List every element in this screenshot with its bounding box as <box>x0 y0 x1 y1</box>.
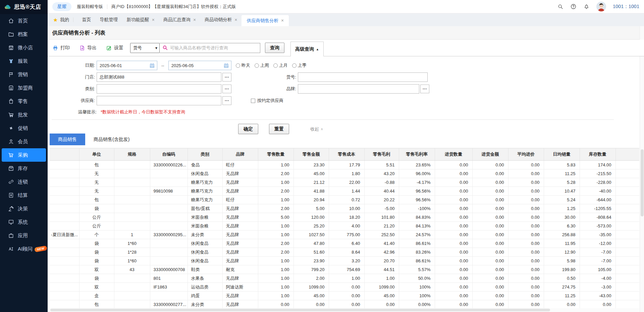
sidebar-item-franchise[interactable]: 加盟商 <box>0 81 48 95</box>
sidebar-item-ai-advisor[interactable]: AI顾问NEW <box>0 242 48 256</box>
column-header[interactable]: 零售毛利率 <box>399 148 435 161</box>
brand-picker-button[interactable]: ··· <box>420 85 429 93</box>
column-header[interactable]: 进货数量 <box>435 148 472 161</box>
table-row[interactable]: 袋面包/蛋糕无品牌2.005.0010.00-5.00-100%0.000.00… <box>50 204 639 213</box>
column-header[interactable]: 平均进价 <box>508 148 544 161</box>
column-header[interactable]: 进货金额 <box>472 148 508 161</box>
nav-tab-navigation[interactable]: 导航管理 <box>95 13 122 26</box>
sidebar-item-archive[interactable]: 档案 <box>0 28 48 41</box>
column-header[interactable]: 单位 <box>79 148 114 161</box>
close-icon[interactable]: × <box>152 13 155 26</box>
column-header[interactable]: 类别 <box>187 148 222 161</box>
table-row[interactable]: 袋1*60休闲食品无品牌2.0047.806.4041.4086.61%0.00… <box>50 239 639 248</box>
nav-tab-product-movement[interactable]: 商品动销分析× <box>200 13 241 26</box>
horizontal-scrollbar[interactable] <box>50 308 639 312</box>
nav-tab-new-features[interactable]: 新功能提醒× <box>122 13 159 26</box>
favorites-toggle[interactable]: ★我的 <box>53 17 69 23</box>
sidebar-item-purchase[interactable]: 采购 <box>2 148 46 162</box>
close-icon[interactable]: × <box>193 13 196 26</box>
close-icon[interactable]: × <box>234 13 237 26</box>
date-to-field[interactable]: 2025-06-05 <box>168 61 231 70</box>
sidebar-item-retail[interactable]: 零售 <box>0 95 48 108</box>
help-icon[interactable] <box>570 3 577 10</box>
radio-last-week[interactable]: 上周 <box>255 62 269 68</box>
column-header[interactable] <box>50 148 79 161</box>
table-row[interactable]: 无休闲食品无品牌2.0045.001.8043.2096.00%0.000.00… <box>50 169 639 178</box>
table-row[interactable]: 袋1*60休闲食品无品牌1.0023.903.2020.7086.61%0.00… <box>50 257 639 265</box>
store-picker-button[interactable]: ··· <box>222 73 231 82</box>
column-header[interactable]: 规格 <box>114 148 150 161</box>
sidebar-item-wholesale[interactable]: 批发 <box>0 108 48 121</box>
radio-yesterday[interactable]: 昨天 <box>236 62 250 68</box>
nav-tab-supplier-sales[interactable]: 供应商销售分析× <box>241 15 289 26</box>
horizontal-scrollbar-thumb[interactable] <box>50 309 550 311</box>
sidebar-item-mini-store[interactable]: 微小店 <box>0 41 48 54</box>
advanced-query-button[interactable]: 高级查询▲ <box>290 42 324 56</box>
supplier-picker-button[interactable]: ··· <box>222 96 231 105</box>
item-no-field[interactable] <box>298 72 428 82</box>
table-row[interactable]: 公斤米面杂粮无品牌1.0025.204.0021.2084.13%0.000.0… <box>50 222 639 230</box>
sidebar-item-marketing[interactable]: 营销 <box>0 68 48 81</box>
sidebar-item-apps[interactable]: 应用 <box>0 229 48 242</box>
column-header[interactable]: 库存数量 <box>580 148 615 161</box>
column-header[interactable]: 零售成本 <box>329 148 364 161</box>
nav-tab-product-summary[interactable]: 商品汇总查询× <box>159 13 200 26</box>
sidebar-item-member[interactable]: 会员 <box>0 135 48 148</box>
sidebar-item-chain[interactable]: 连锁 <box>0 175 48 189</box>
table-row[interactable]: -夏日清新微...个1333000000295...未分类无品牌1.001027… <box>50 230 639 239</box>
nav-tab-home[interactable]: 首页 <box>77 13 95 26</box>
agreed-supplier-checkbox[interactable]: 按约定供应商 <box>251 98 283 104</box>
settings-button[interactable]: 设置 <box>106 45 123 51</box>
print-button[interactable]: 打印 <box>52 45 70 51</box>
search-input[interactable] <box>170 45 257 50</box>
avatar[interactable] <box>596 2 606 11</box>
table-row[interactable]: 双433330000000708鞋类耐克1.00799.20754.6944.5… <box>50 265 639 274</box>
supplier-field[interactable] <box>97 96 221 105</box>
export-button[interactable]: 导出 <box>79 45 97 51</box>
date-from-field[interactable]: 2025-06-01 <box>97 61 157 70</box>
table-row[interactable]: 无糖果巧克力无品牌1.0021.1222.00-0.88-4.17%0.000.… <box>50 178 639 187</box>
tab-product-sales[interactable]: 商品销售 <box>50 134 85 145</box>
search-type-select[interactable]: 货号▾ <box>130 43 160 53</box>
column-header[interactable]: 零售金额 <box>293 148 329 161</box>
sidebar-item-decision[interactable]: 决策 <box>0 202 48 215</box>
calendar-icon[interactable] <box>223 62 229 69</box>
sidebar-item-system[interactable]: 系统 <box>0 215 48 229</box>
column-header[interactable]: 日均销量 <box>544 148 580 161</box>
search-icon[interactable] <box>557 3 564 10</box>
table-row[interactable]: 袋801水果条无品牌1.002.001.001.0050.0%0.000.000… <box>50 274 639 283</box>
vertical-scrollbar[interactable] <box>640 26 644 312</box>
edition-badge[interactable]: 星耀 <box>52 2 71 11</box>
close-icon[interactable]: × <box>281 15 284 26</box>
collapse-link[interactable]: 收起∧ <box>310 126 323 132</box>
sidebar-item-promotion[interactable]: 促销 <box>0 121 48 135</box>
tab-product-sales-wholesale[interactable]: 商品销售(含批发) <box>85 134 138 145</box>
table-row[interactable]: 无99810098糖果巧克力无品牌2.0041.881.4440.4496.56… <box>50 187 639 196</box>
reset-button[interactable]: 重置 <box>269 124 289 134</box>
table-row[interactable]: 包333000000277...未分类无品牌0.000.000.000.000.… <box>50 300 639 309</box>
sidebar-item-apparel[interactable]: 服装 <box>0 54 48 68</box>
column-header[interactable]: 零售数量 <box>258 148 293 161</box>
sidebar-item-home[interactable]: 首页 <box>0 14 48 28</box>
query-button[interactable]: 查询 <box>265 43 284 53</box>
column-header[interactable]: 品牌 <box>222 148 258 161</box>
table-row[interactable]: 公斤米面杂粮无品牌5.00120.0018.20101.8084.83%0.00… <box>50 213 639 222</box>
sidebar-item-settlement[interactable]: 结算 <box>0 189 48 202</box>
column-header[interactable]: 库存金额 <box>615 148 639 161</box>
brand-field[interactable] <box>298 84 419 94</box>
radio-last-month[interactable]: 上月 <box>273 62 288 68</box>
bell-icon[interactable] <box>583 3 590 10</box>
vertical-scrollbar-thumb[interactable] <box>641 149 644 216</box>
table-row[interactable]: 包糖果巧克力旺仔1.0020.940.7220.2296.56%0.000.00… <box>50 196 639 204</box>
store-field[interactable] <box>97 72 221 82</box>
sidebar-item-inventory[interactable]: 库存 <box>0 162 48 175</box>
calendar-icon[interactable] <box>149 62 155 69</box>
radio-last-quarter[interactable]: 上季 <box>292 62 307 68</box>
table-row[interactable]: 袋1*28休闲食品无品牌2.0051.608.6442.9683.26%0.00… <box>50 248 639 257</box>
column-header[interactable]: 自编码 <box>150 148 187 161</box>
table-row[interactable]: 盒鸡蛋无品牌1.0045.000.0045.00100%0.000.000.00… <box>50 292 639 300</box>
table-row[interactable]: 双IF1863运动品类阿迪达斯1.001099.000.001099.00100… <box>50 283 639 292</box>
category-picker-button[interactable]: ··· <box>222 85 231 93</box>
user-id[interactable]: 1001：1001 <box>613 3 639 10</box>
confirm-button[interactable]: 确定 <box>238 124 258 134</box>
